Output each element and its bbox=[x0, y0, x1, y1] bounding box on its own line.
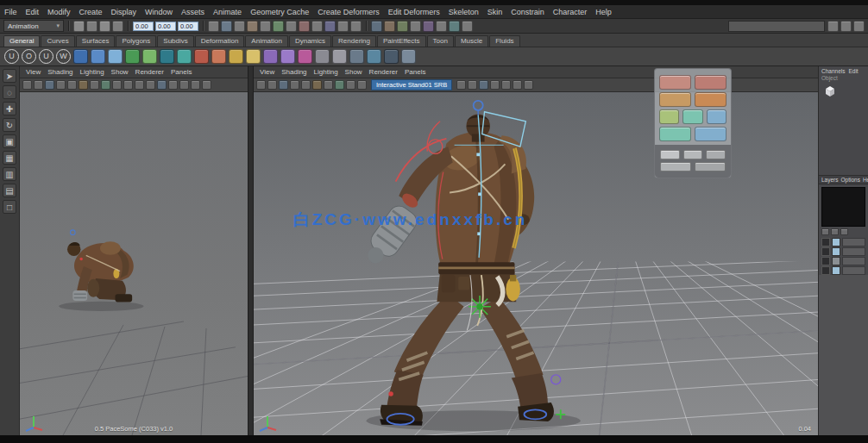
menu-item[interactable]: Animate bbox=[209, 8, 246, 16]
panel-menu-item[interactable]: Panels bbox=[167, 68, 195, 76]
shelf-icon[interactable] bbox=[211, 49, 226, 64]
viewport-icon[interactable] bbox=[468, 80, 477, 90]
layer-color-chip[interactable] bbox=[832, 247, 840, 256]
shelf-icon[interactable] bbox=[125, 49, 140, 64]
menu-item[interactable]: Skeleton bbox=[444, 8, 483, 16]
menu-item[interactable]: Create Deformers bbox=[313, 8, 384, 16]
status-icon[interactable] bbox=[86, 21, 97, 32]
panel-menu-item[interactable]: Lighting bbox=[311, 68, 342, 76]
layer-menu-item[interactable]: Options bbox=[841, 177, 860, 183]
viewport-icon[interactable] bbox=[112, 80, 122, 90]
shelf-icon[interactable] bbox=[349, 49, 364, 64]
viewport-icon[interactable] bbox=[34, 80, 43, 90]
menu-item[interactable]: Constrain bbox=[506, 8, 549, 16]
shelf-icon[interactable] bbox=[91, 49, 105, 64]
selection-name-field[interactable]: Interactive Stand01 SRB bbox=[371, 79, 452, 90]
rotate-tool[interactable]: ↻ bbox=[3, 118, 16, 132]
shelf-tab[interactable]: Curves bbox=[41, 35, 74, 47]
layer-visibility-toggle[interactable] bbox=[821, 238, 830, 246]
panel-menu-item[interactable]: Renderer bbox=[132, 68, 167, 76]
picker-button[interactable] bbox=[706, 150, 726, 159]
lasso-tool[interactable]: ◌ bbox=[3, 85, 16, 99]
status-icon[interactable] bbox=[397, 21, 408, 32]
viewport-icon[interactable] bbox=[123, 80, 133, 90]
shelf-tab[interactable]: Polygons bbox=[116, 35, 156, 47]
status-icon[interactable] bbox=[384, 21, 395, 32]
layer-button[interactable] bbox=[840, 228, 848, 235]
panel-menu-item[interactable]: Shading bbox=[44, 68, 76, 76]
panel-menu-item[interactable]: Renderer bbox=[366, 68, 401, 76]
shelf-icon[interactable] bbox=[298, 49, 312, 64]
layer-row[interactable] bbox=[819, 265, 868, 275]
shelf-icon[interactable]: U bbox=[39, 49, 53, 64]
shelf-icon[interactable] bbox=[315, 49, 330, 64]
viewport-icon[interactable] bbox=[490, 80, 500, 90]
status-icon[interactable] bbox=[311, 21, 323, 32]
picker-button[interactable] bbox=[659, 109, 679, 124]
layer-color-chip[interactable] bbox=[832, 238, 840, 246]
status-icon[interactable] bbox=[221, 21, 232, 32]
layout-four-view-button[interactable]: ▥ bbox=[3, 167, 16, 181]
status-icon[interactable] bbox=[112, 21, 123, 32]
shelf-icon[interactable] bbox=[177, 49, 192, 64]
shelf-tab[interactable]: PaintEffects bbox=[377, 35, 426, 47]
shelf-icon[interactable]: U bbox=[4, 49, 19, 64]
shelf-tab[interactable]: Subdivs bbox=[157, 35, 193, 47]
viewport-icon[interactable] bbox=[267, 80, 277, 90]
picker-button[interactable] bbox=[660, 162, 691, 172]
status-icon[interactable] bbox=[337, 21, 349, 32]
viewport-icon[interactable] bbox=[479, 80, 488, 90]
menu-item[interactable]: Skin bbox=[483, 8, 507, 16]
viewport-splitter[interactable] bbox=[248, 66, 254, 435]
viewport-icon[interactable] bbox=[524, 80, 533, 90]
viewport-icon[interactable] bbox=[335, 80, 344, 90]
main-viewport-canvas[interactable]: 白ZCG·www.ednxxfb.cn 0.04 bbox=[254, 92, 818, 435]
shelf-tab[interactable]: Fluids bbox=[489, 35, 519, 47]
quick-select-field[interactable] bbox=[728, 21, 825, 32]
status-icon[interactable] bbox=[423, 21, 434, 32]
status-icon[interactable] bbox=[286, 21, 297, 32]
select-tool[interactable]: ➤ bbox=[3, 69, 16, 83]
picker-button[interactable] bbox=[659, 127, 691, 141]
menu-item[interactable]: Assets bbox=[177, 8, 209, 16]
menuset-dropdown[interactable]: Animation ▾ bbox=[3, 20, 64, 32]
shelf-icon[interactable] bbox=[263, 49, 278, 64]
shelf-icon[interactable] bbox=[332, 49, 347, 64]
picker-button[interactable] bbox=[695, 162, 726, 172]
layout-single-button[interactable]: ▦ bbox=[3, 151, 16, 165]
menu-item[interactable]: Character bbox=[549, 8, 592, 16]
status-icon[interactable] bbox=[73, 21, 85, 32]
shelf-icon[interactable] bbox=[384, 49, 399, 64]
shelf-tab[interactable]: Animation bbox=[245, 35, 288, 47]
layer-visibility-toggle[interactable] bbox=[821, 266, 830, 275]
coordinate-field[interactable]: 0.00 bbox=[178, 22, 198, 31]
viewport-icon[interactable] bbox=[357, 80, 367, 90]
layer-visibility-toggle[interactable] bbox=[821, 257, 830, 265]
status-icon[interactable] bbox=[260, 21, 271, 32]
shelf-tab[interactable]: Muscle bbox=[455, 35, 488, 47]
viewport-icon[interactable] bbox=[324, 80, 333, 90]
layer-color-chip[interactable] bbox=[832, 257, 840, 265]
coordinate-field[interactable]: 0.00 bbox=[155, 22, 176, 31]
status-icon[interactable] bbox=[410, 21, 421, 32]
shelf-tab[interactable]: Deformation bbox=[195, 35, 245, 47]
status-icon[interactable] bbox=[273, 21, 284, 32]
status-icon[interactable] bbox=[840, 21, 852, 32]
viewport-icon[interactable] bbox=[346, 80, 355, 90]
viewport-icon[interactable] bbox=[135, 80, 144, 90]
picker-button[interactable] bbox=[695, 127, 726, 141]
move-tool[interactable]: ✚ bbox=[3, 102, 16, 115]
shelf-icon[interactable] bbox=[367, 49, 381, 64]
picker-button[interactable] bbox=[695, 75, 726, 90]
time-slider[interactable] bbox=[0, 435, 868, 443]
layout-split-button[interactable]: ▤ bbox=[3, 184, 16, 197]
viewport-icon[interactable] bbox=[456, 80, 466, 90]
status-icon[interactable] bbox=[853, 21, 865, 32]
shelf-icon[interactable] bbox=[229, 49, 243, 64]
shelf-tab[interactable]: Toon bbox=[427, 35, 454, 47]
shelf-tab[interactable]: Dynamics bbox=[289, 35, 331, 47]
picker-button[interactable] bbox=[682, 109, 702, 124]
shelf-icon[interactable]: W bbox=[56, 49, 71, 64]
picker-button[interactable] bbox=[659, 92, 691, 107]
viewport-icon[interactable] bbox=[157, 80, 167, 90]
